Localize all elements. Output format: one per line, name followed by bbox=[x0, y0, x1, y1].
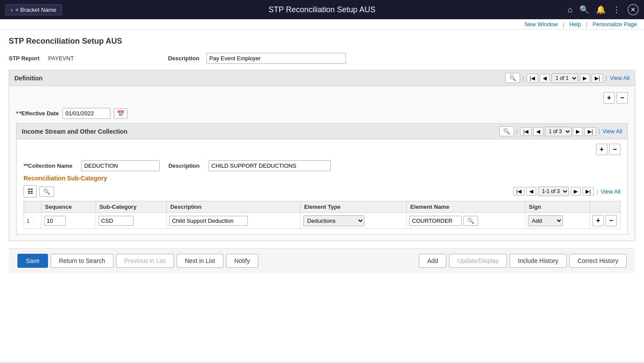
effective-date-label: **Effective Date bbox=[16, 110, 59, 117]
more-icon[interactable]: ⋮ bbox=[613, 5, 620, 14]
sub-cat-page-select[interactable]: 1-1 of 3 bbox=[538, 187, 569, 196]
bracket-name-label: < Bracket Name bbox=[15, 7, 56, 13]
sep2: | bbox=[586, 21, 587, 28]
definition-prev-btn[interactable]: ◀ bbox=[540, 74, 550, 83]
income-stream-prev-btn[interactable]: ◀ bbox=[533, 127, 543, 136]
definition-body: + − **Effective Date 📅 Income Stream and… bbox=[9, 86, 635, 241]
element-name-search-btn[interactable]: 🔍 bbox=[463, 216, 478, 226]
sub-category-input[interactable] bbox=[99, 216, 134, 226]
update-display-button[interactable]: Update/Display bbox=[449, 254, 507, 268]
income-stream-remove-btn[interactable]: − bbox=[609, 144, 620, 155]
sub-cat-pagination: |◀ ◀ 1-1 of 3 ▶ ▶| | View All bbox=[513, 187, 620, 196]
definition-view-all[interactable]: View All bbox=[610, 75, 630, 81]
search-icon[interactable]: 🔍 bbox=[579, 5, 589, 14]
top-bar: ‹ < Bracket Name STP Reconciliation Setu… bbox=[0, 0, 644, 19]
col-description: Description bbox=[167, 201, 301, 213]
definition-first-btn[interactable]: |◀ bbox=[527, 74, 538, 83]
sign-select[interactable]: Add Subtract bbox=[528, 215, 563, 226]
definition-remove-btn[interactable]: − bbox=[617, 92, 628, 104]
definition-controls: 🔍 | |◀ ◀ 1 of 1 ▶ ▶| | View All bbox=[505, 73, 630, 83]
income-stream-controls: 🔍 | |◀ ◀ 1 of 3 ▶ ▶| | View All bbox=[499, 126, 622, 136]
income-stream-last-btn[interactable]: ▶| bbox=[585, 127, 596, 136]
bracket-back-icon: ‹ bbox=[11, 7, 13, 13]
collection-desc-label: Description bbox=[168, 162, 200, 169]
collection-desc-input[interactable] bbox=[209, 160, 331, 171]
row-add-btn[interactable]: + bbox=[593, 215, 604, 226]
stp-report-value: PAYEVNT bbox=[48, 55, 74, 62]
bottom-bar: Save Return to Search Previous in List N… bbox=[9, 248, 635, 273]
definition-last-btn[interactable]: ▶| bbox=[592, 74, 603, 83]
collection-row: **Collection Name Description bbox=[17, 155, 627, 175]
stp-report-row: STP Report PAYEVNT Description bbox=[9, 53, 635, 64]
income-stream-page-select[interactable]: 1 of 3 bbox=[545, 127, 572, 136]
sub-category-table: Sequence Sub-Category Description Elemen… bbox=[24, 201, 620, 229]
row-add-remove: + − bbox=[593, 215, 617, 226]
page-title: STP Reconciliation Setup AUS bbox=[269, 5, 376, 14]
sub-cat-search-btn[interactable]: 🔍 bbox=[39, 187, 54, 197]
add-button[interactable]: Add bbox=[419, 254, 446, 268]
collection-name-label: **Collection Name bbox=[24, 162, 72, 169]
sub-cat-next-btn[interactable]: ▶ bbox=[571, 187, 581, 196]
effective-date-input[interactable] bbox=[62, 108, 110, 119]
definition-search-btn[interactable]: 🔍 bbox=[505, 73, 520, 83]
calendar-icon[interactable]: 📅 bbox=[114, 108, 127, 119]
circle-x-icon[interactable]: ✕ bbox=[627, 4, 639, 15]
income-stream-first-btn[interactable]: |◀ bbox=[520, 127, 531, 136]
definition-header: Definition 🔍 | |◀ ◀ 1 of 1 ▶ ▶| | View A… bbox=[9, 70, 635, 86]
sep1: | bbox=[563, 21, 564, 28]
next-in-list-button[interactable]: Next in List bbox=[177, 254, 223, 268]
sub-cat-first-btn[interactable]: |◀ bbox=[513, 187, 524, 196]
col-element-type: Element Type bbox=[301, 201, 407, 213]
correct-history-button[interactable]: Correct History bbox=[569, 254, 627, 268]
income-stream-view-all[interactable]: View All bbox=[603, 128, 622, 135]
bracket-name-button[interactable]: ‹ < Bracket Name bbox=[5, 4, 62, 15]
description-input-row[interactable] bbox=[169, 216, 248, 226]
sub-cat-view-all[interactable]: View All bbox=[601, 188, 620, 195]
table-body: 1 Deductions Earnings Taxes Other bbox=[24, 213, 620, 229]
income-stream-header: Income Stream and Other Collection 🔍 | |… bbox=[17, 124, 627, 139]
income-stream-next-btn[interactable]: ▶ bbox=[573, 127, 583, 136]
return-to-search-button[interactable]: Return to Search bbox=[51, 254, 113, 268]
definition-next-btn[interactable]: ▶ bbox=[580, 74, 590, 83]
income-stream-add-btn[interactable]: + bbox=[596, 144, 607, 155]
home-icon[interactable]: ⌂ bbox=[568, 5, 572, 14]
bell-icon[interactable]: 🔔 bbox=[596, 5, 606, 14]
col-sequence: Sequence bbox=[41, 201, 96, 213]
effective-date-row: **Effective Date 📅 bbox=[16, 108, 628, 119]
sub-cat-grid-btn[interactable]: ☷ bbox=[24, 185, 37, 197]
sequence-input[interactable] bbox=[44, 216, 66, 226]
previous-in-list-button[interactable]: Previous in List bbox=[116, 254, 174, 268]
definition-add-remove: + − bbox=[16, 92, 628, 104]
income-stream-title: Income Stream and Other Collection bbox=[22, 128, 127, 135]
col-sign: Sign bbox=[525, 201, 590, 213]
row-remove-btn[interactable]: − bbox=[606, 215, 617, 226]
help-link[interactable]: Help bbox=[569, 21, 581, 28]
main-content: STP Reconciliation Setup AUS STP Report … bbox=[0, 30, 644, 361]
collection-name-input[interactable] bbox=[81, 160, 160, 171]
income-stream-search-btn[interactable]: 🔍 bbox=[499, 126, 514, 136]
element-name-wrap: 🔍 bbox=[409, 216, 522, 226]
sub-category-table-wrapper: Sequence Sub-Category Description Elemen… bbox=[17, 201, 627, 234]
row-number: 1 bbox=[27, 218, 30, 224]
definition-title: Definition bbox=[14, 75, 43, 82]
col-element-name: Element Name bbox=[407, 201, 525, 213]
table-header: Sequence Sub-Category Description Elemen… bbox=[24, 201, 620, 213]
new-window-link[interactable]: New Window bbox=[524, 21, 558, 28]
notify-button[interactable]: Notify bbox=[226, 254, 258, 268]
sub-cat-last-btn[interactable]: ▶| bbox=[582, 187, 594, 196]
save-button[interactable]: Save bbox=[17, 254, 48, 268]
description-input[interactable] bbox=[206, 53, 346, 64]
definition-add-btn[interactable]: + bbox=[603, 92, 615, 104]
col-num bbox=[24, 201, 41, 213]
sub-category-toolbar: ☷ 🔍 |◀ ◀ 1-1 of 3 ▶ ▶| | View All bbox=[17, 185, 627, 201]
include-history-button[interactable]: Include History bbox=[510, 254, 567, 268]
personalize-page-link[interactable]: Personalize Page bbox=[593, 21, 637, 28]
col-actions bbox=[590, 201, 620, 213]
sub-cat-prev-btn[interactable]: ◀ bbox=[526, 187, 536, 196]
page-heading: STP Reconciliation Setup AUS bbox=[9, 37, 635, 46]
element-type-select[interactable]: Deductions Earnings Taxes Other bbox=[303, 215, 364, 226]
definition-section: Definition 🔍 | |◀ ◀ 1 of 1 ▶ ▶| | View A… bbox=[9, 70, 635, 241]
definition-page-select[interactable]: 1 of 1 bbox=[552, 73, 578, 83]
top-bar-icons: ⌂ 🔍 🔔 ⋮ ✕ bbox=[568, 4, 639, 15]
element-name-input[interactable] bbox=[409, 216, 462, 226]
